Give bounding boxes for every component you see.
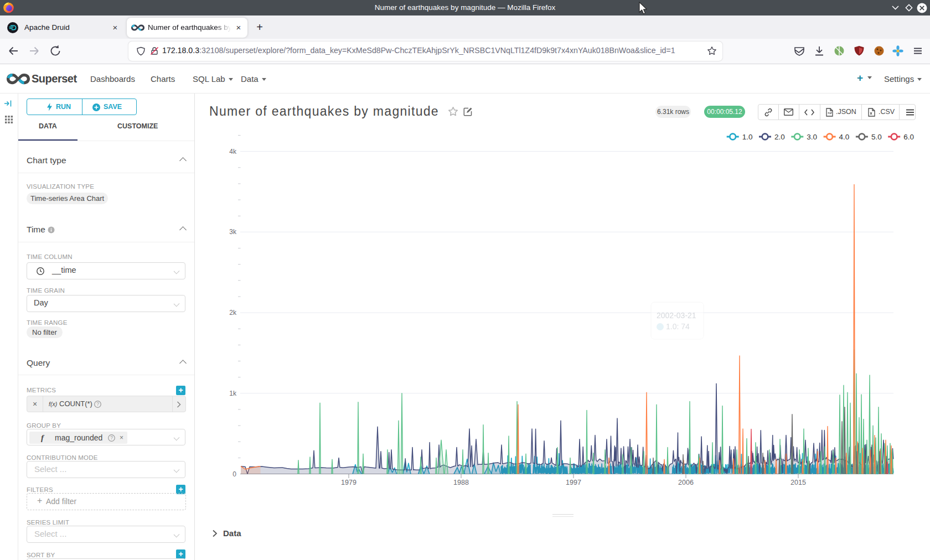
svg-text:2006: 2006 [678,479,694,486]
svg-text:4.0: 4.0 [839,133,850,141]
svg-text:1979: 1979 [341,479,356,486]
svg-text:5.0: 5.0 [871,133,882,141]
svg-text:2.0: 2.0 [774,133,785,141]
svg-text:1.0: 1.0 [742,133,753,141]
svg-text:4k: 4k [229,148,237,155]
svg-text:1.0: 74: 1.0: 74 [666,322,690,331]
svg-text:1k: 1k [229,390,237,397]
svg-text:3k: 3k [229,228,237,236]
svg-text:2002-03-21: 2002-03-21 [657,311,696,320]
svg-text:1988: 1988 [453,479,469,486]
svg-text:2015: 2015 [790,479,806,486]
svg-text:0: 0 [232,470,236,478]
svg-text:6.0: 6.0 [903,133,914,141]
svg-text:2k: 2k [229,309,237,317]
svg-text:?: ? [96,401,99,407]
svg-text:?: ? [110,435,113,440]
svg-text:1997: 1997 [566,479,581,486]
svg-text:3.0: 3.0 [807,133,817,141]
